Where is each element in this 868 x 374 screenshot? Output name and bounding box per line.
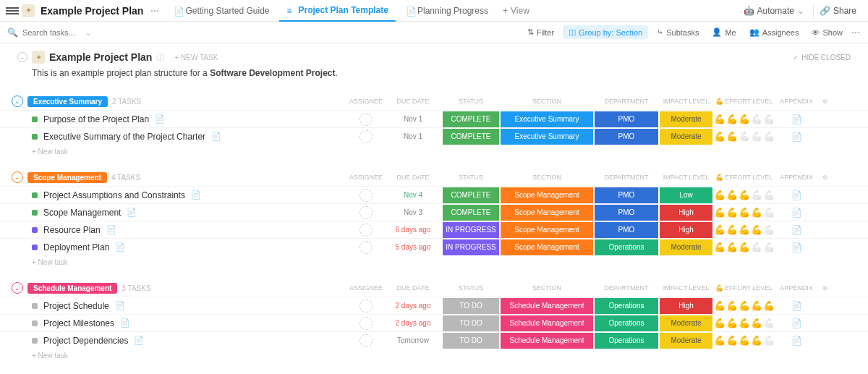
tab-getting-started[interactable]: 📄Getting Started Guide — [166, 0, 276, 22]
impact-cell[interactable]: Moderate — [660, 129, 712, 145]
assignee-button[interactable] — [359, 206, 373, 219]
task-row[interactable]: Deployment Plan 📄 5 days ago IN PROGRESS… — [0, 238, 868, 255]
appendix-cell[interactable]: 📄 — [775, 318, 818, 328]
group-badge[interactable]: Scope Management — [27, 172, 107, 183]
doc-icon[interactable]: 📄 — [191, 190, 201, 200]
new-task-row[interactable]: + New task — [0, 145, 868, 158]
doc-icon[interactable]: 📄 — [106, 225, 116, 234]
status-cell[interactable]: COMPLETE — [443, 129, 499, 145]
status-square-icon[interactable] — [32, 320, 38, 326]
new-task-row[interactable]: + New task — [0, 255, 868, 269]
group-collapse-icon[interactable]: ⌄ — [12, 95, 23, 107]
due-date[interactable]: 6 days ago — [384, 226, 442, 234]
doc-icon[interactable]: 📄 — [115, 301, 125, 310]
status-square-icon[interactable] — [32, 338, 38, 344]
impact-cell[interactable]: High — [660, 298, 712, 314]
section-cell[interactable]: Scope Management — [501, 205, 593, 221]
effort-cell[interactable]: 💪💪💪💪💪 — [713, 224, 775, 235]
task-name[interactable]: Project Milestones — [43, 318, 114, 328]
doc-icon[interactable]: 📄 — [127, 208, 137, 217]
due-date[interactable]: 5 days ago — [384, 243, 442, 251]
status-cell[interactable]: TO DO — [443, 298, 499, 314]
task-row[interactable]: Project Dependencies 📄 Tomorrow TO DO Sc… — [0, 331, 868, 349]
new-task-button[interactable]: + NEW TASK — [174, 54, 218, 61]
effort-cell[interactable]: 💪💪💪💪💪 — [713, 131, 775, 142]
status-cell[interactable]: COMPLETE — [443, 111, 499, 127]
task-name[interactable]: Project Assumptions and Constraints — [43, 190, 185, 200]
status-square-icon[interactable] — [32, 210, 38, 216]
impact-cell[interactable]: High — [660, 205, 712, 221]
status-square-icon[interactable] — [32, 192, 38, 198]
task-name[interactable]: Deployment Plan — [43, 242, 109, 252]
filter-button[interactable]: ⇅Filter — [523, 27, 558, 37]
task-row[interactable]: Project Schedule 📄 2 days ago TO DO Sche… — [0, 297, 868, 314]
impact-cell[interactable]: Moderate — [660, 333, 712, 349]
department-cell[interactable]: PMO — [595, 222, 658, 238]
menu-icon[interactable] — [6, 7, 19, 14]
assignee-button[interactable] — [359, 130, 373, 143]
effort-cell[interactable]: 💪💪💪💪💪 — [713, 242, 775, 252]
task-row[interactable]: Project Assumptions and Constraints 📄 No… — [0, 186, 868, 203]
tab-planning-progress[interactable]: 📄Planning Progress — [399, 0, 495, 22]
status-cell[interactable]: TO DO — [443, 333, 499, 349]
appendix-cell[interactable]: 📄 — [775, 132, 818, 142]
section-cell[interactable]: Executive Summary — [501, 129, 593, 145]
appendix-cell[interactable]: 📄 — [775, 225, 818, 235]
impact-cell[interactable]: Low — [660, 187, 712, 203]
status-cell[interactable]: COMPLETE — [443, 187, 499, 203]
show-button[interactable]: 👁Show — [807, 28, 847, 37]
impact-cell[interactable]: Moderate — [660, 315, 712, 331]
project-more-icon[interactable]: ⋯ — [150, 6, 159, 16]
department-cell[interactable]: Operations — [595, 333, 658, 349]
section-cell[interactable]: Schedule Management — [501, 315, 593, 331]
assignee-button[interactable] — [359, 299, 373, 313]
group-collapse-icon[interactable]: ⌄ — [12, 282, 23, 294]
group-collapse-icon[interactable]: ⌄ — [12, 171, 23, 183]
section-cell[interactable]: Scope Management — [501, 187, 593, 203]
add-column-icon[interactable]: ⊕ — [818, 284, 833, 292]
share-button[interactable]: 🔗Share — [813, 4, 862, 18]
status-cell[interactable]: TO DO — [443, 315, 499, 331]
task-name[interactable]: Executive Summary of the Project Charter — [43, 132, 205, 142]
effort-cell[interactable]: 💪💪💪💪💪 — [713, 335, 775, 346]
effort-cell[interactable]: 💪💪💪💪💪 — [713, 190, 775, 200]
task-name[interactable]: Scope Management — [43, 208, 121, 218]
section-cell[interactable]: Schedule Management — [501, 298, 593, 314]
department-cell[interactable]: Operations — [595, 298, 658, 314]
status-square-icon[interactable] — [32, 116, 38, 122]
task-row[interactable]: Resource Plan 📄 6 days ago IN PROGRESS S… — [0, 221, 868, 238]
status-square-icon[interactable] — [32, 303, 38, 309]
automate-button[interactable]: 🤖Automate⌄ — [738, 6, 810, 16]
department-cell[interactable]: PMO — [595, 187, 658, 203]
department-cell[interactable]: PMO — [595, 111, 658, 127]
status-cell[interactable]: IN PROGRESS — [443, 222, 499, 238]
appendix-cell[interactable]: 📄 — [775, 336, 818, 346]
due-date[interactable]: Nov 1 — [384, 132, 442, 140]
appendix-cell[interactable]: 📄 — [775, 114, 818, 124]
chevron-down-icon[interactable]: ⌄ — [85, 27, 92, 38]
task-row[interactable]: Purpose of the Project Plan 📄 Nov 1 COMP… — [0, 110, 868, 127]
impact-cell[interactable]: High — [660, 222, 712, 238]
task-row[interactable]: Executive Summary of the Project Charter… — [0, 127, 868, 145]
section-cell[interactable]: Schedule Management — [501, 333, 593, 349]
tab-project-plan-template[interactable]: ≡Project Plan Template — [279, 0, 395, 22]
due-date[interactable]: Tomorrow — [384, 336, 442, 344]
due-date[interactable]: 2 days ago — [384, 302, 442, 310]
add-column-icon[interactable]: ⊕ — [818, 98, 833, 105]
doc-icon[interactable]: 📄 — [211, 132, 221, 141]
appendix-cell[interactable]: 📄 — [775, 208, 818, 218]
task-row[interactable]: Scope Management 📄 Nov 3 COMPLETE Scope … — [0, 203, 868, 221]
due-date[interactable]: Nov 3 — [384, 208, 442, 216]
impact-cell[interactable]: Moderate — [660, 111, 712, 127]
department-cell[interactable]: PMO — [595, 205, 658, 221]
info-icon[interactable]: ⓘ — [156, 52, 164, 63]
assignee-button[interactable] — [359, 334, 373, 347]
doc-icon[interactable]: 📄 — [155, 114, 165, 124]
add-view-button[interactable]: + View — [503, 6, 529, 16]
assignee-button[interactable] — [359, 113, 373, 126]
group-badge[interactable]: Schedule Management — [27, 283, 117, 294]
task-row[interactable]: Project Milestones 📄 2 days ago TO DO Sc… — [0, 314, 868, 331]
status-square-icon[interactable] — [32, 134, 38, 140]
task-name[interactable]: Project Schedule — [43, 301, 109, 311]
effort-cell[interactable]: 💪💪💪💪💪 — [713, 300, 775, 311]
